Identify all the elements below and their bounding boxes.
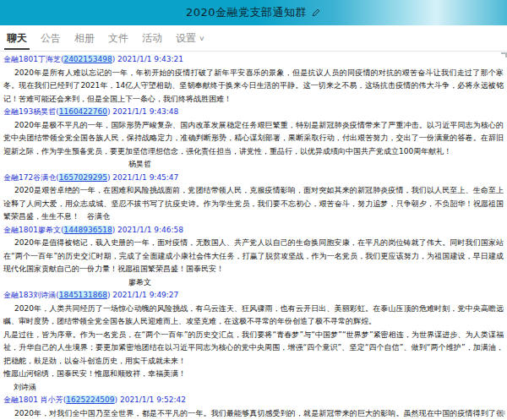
message-header: 金融1801 肖小芳(1625224509) 2021/1/1 9:52:42 bbox=[3, 394, 504, 407]
tab-album[interactable]: 相册 bbox=[72, 25, 97, 51]
title-bar: 2020金融党支部通知群 bbox=[0, 0, 507, 25]
tab-bar: 聊天 公告 相册 文件 活动 设置∨ bbox=[0, 25, 507, 52]
message-text: 2020年，对我们全中国乃至全世界，都是不平凡的一年。我们最能够真切感受到的，就… bbox=[3, 407, 504, 420]
sender-uin: (1160422760) bbox=[56, 107, 110, 116]
message-timestamp: 2021/1/1 9:45:47 bbox=[110, 173, 178, 182]
chat-message: 金融1801廖希文(1448936518) 2021/1/1 9:46:5820… bbox=[3, 224, 504, 290]
sender-name[interactable]: 金融1801廖希文 bbox=[3, 226, 61, 234]
sender-uin: (1845131868) bbox=[56, 291, 110, 299]
tab-settings-label: 设置 bbox=[176, 31, 196, 46]
sender-uin-link[interactable]: 1657029295 bbox=[59, 173, 107, 182]
message-text: 2020年，人类共同经历了一场惊心动魄的风险挑战，有乌云连天、狂风骤雨，也有云开… bbox=[3, 303, 504, 329]
sender-uin-link[interactable]: 1160422760 bbox=[59, 107, 107, 116]
sender-name[interactable]: 金融172谷满仓 bbox=[3, 173, 56, 182]
chat-message-area[interactable]: 金融1801丁海芝(2402153498) 2021/1/1 9:43:2120… bbox=[0, 52, 507, 419]
message-header: 金融193杨昊哲(1160422760) 2021/1/1 9:43:48 bbox=[3, 106, 504, 119]
group-chat-window: 2020金融党支部通知群 聊天 公告 相册 文件 活动 设置∨ 金融1801丁海… bbox=[0, 0, 507, 420]
sender-uin: (1657029295) bbox=[56, 173, 110, 182]
chat-message: 金融172谷满仓(1657029295) 2021/1/1 9:45:47202… bbox=[3, 172, 504, 224]
message-text: 2020是艰苦卓绝的一年，在困难和风险挑战面前，党团结带领人民，克服疫情影响，面… bbox=[3, 184, 504, 224]
tab-chat-label: 聊天 bbox=[7, 31, 27, 46]
scrollbar-bottom-mark[interactable] bbox=[501, 411, 505, 415]
sender-uin-link[interactable]: 1448936518 bbox=[63, 226, 112, 234]
sender-uin: (1448936518) bbox=[61, 226, 115, 234]
message-timestamp: 2021/1/1 9:43:21 bbox=[115, 55, 183, 63]
message-timestamp: 2021/1/1 9:52:42 bbox=[117, 395, 186, 404]
sender-uin-link[interactable]: 1625224509 bbox=[66, 395, 114, 404]
tab-files-label: 文件 bbox=[108, 31, 128, 46]
chat-message: 金融1801丁海芝(2402153498) 2021/1/1 9:43:2120… bbox=[3, 53, 504, 106]
message-header: 金融1801廖希文(1448936518) 2021/1/1 9:46:58 bbox=[3, 224, 504, 237]
sender-uin: (2402153498) bbox=[61, 55, 115, 63]
sender-name[interactable]: 金融193杨昊哲 bbox=[3, 107, 56, 116]
tab-files[interactable]: 文件 bbox=[106, 25, 131, 51]
scrollbar-top-mark[interactable] bbox=[501, 52, 507, 57]
sender-uin-link[interactable]: 1845131868 bbox=[59, 291, 107, 299]
sender-name[interactable]: 金融1801丁海芝 bbox=[3, 55, 61, 63]
group-title: 2020金融党支部通知群 bbox=[186, 5, 307, 20]
message-text: 2020年是所有人难以忘记的一年，年初开始的疫情打破了新年平安喜乐的景象，但是抗… bbox=[3, 67, 504, 106]
sender-name[interactable]: 金融183刘诗涵 bbox=[3, 291, 56, 299]
message-signature: 刘诗涵 bbox=[3, 381, 504, 395]
chat-message: 金融183刘诗涵(1845131868) 2021/1/1 9:49:27202… bbox=[3, 289, 504, 394]
tab-chat[interactable]: 聊天 bbox=[4, 25, 30, 51]
chat-message: 金融1801 肖小芳(1625224509) 2021/1/1 9:52:422… bbox=[3, 394, 504, 419]
tab-album-label: 相册 bbox=[74, 31, 95, 46]
message-text: 2020年是值得被铭记，载入史册的一年，面对疫情，无数国人、共产党人以自己的生命… bbox=[3, 237, 504, 276]
message-signature: 廖希文 bbox=[3, 276, 504, 290]
sender-name[interactable]: 金融1801 肖小芳 bbox=[3, 395, 63, 404]
tab-settings[interactable]: 设置∨ bbox=[173, 25, 207, 51]
message-header: 金融172谷满仓(1657029295) 2021/1/1 9:45:47 bbox=[3, 172, 504, 185]
tab-activities[interactable]: 活动 bbox=[139, 25, 165, 51]
chat-message: 金融193杨昊哲(1160422760) 2021/1/1 9:43:48202… bbox=[3, 106, 504, 172]
message-text: 2020年是极不平凡的一年，国际形势严峻复杂、国内改革发展稳定任务艰巨繁重，特别… bbox=[3, 119, 504, 159]
message-text: 惟愿山河锦绣，国泰民安！惟愿和顺致祥，幸福美满！ bbox=[3, 368, 504, 381]
message-header: 金融183刘诗涵(1845131868) 2021/1/1 9:49:27 bbox=[3, 289, 504, 303]
message-list: 金融1801丁海芝(2402153498) 2021/1/1 9:43:2120… bbox=[3, 53, 504, 419]
message-timestamp: 2021/1/1 9:43:48 bbox=[110, 107, 178, 116]
chevron-down-icon: ∨ bbox=[199, 35, 205, 42]
edit-title-icon[interactable] bbox=[311, 8, 321, 18]
message-header: 金融1801丁海芝(2402153498) 2021/1/1 9:43:21 bbox=[3, 53, 504, 67]
message-signature: 杨昊哲 bbox=[3, 158, 504, 172]
message-timestamp: 2021/1/1 9:46:58 bbox=[115, 226, 183, 234]
tab-activities-label: 活动 bbox=[142, 31, 162, 46]
tab-announcements-label: 公告 bbox=[41, 31, 61, 46]
tab-announcements[interactable]: 公告 bbox=[38, 25, 63, 51]
sender-uin: (1625224509) bbox=[63, 395, 117, 404]
message-text: 凡是过往，皆为序章。作为一名党员，在“两个一百年”的历史交汇点，我们要将“青春梦… bbox=[3, 329, 504, 368]
sender-uin-link[interactable]: 2402153498 bbox=[63, 55, 112, 63]
message-timestamp: 2021/1/1 9:49:27 bbox=[110, 291, 178, 299]
